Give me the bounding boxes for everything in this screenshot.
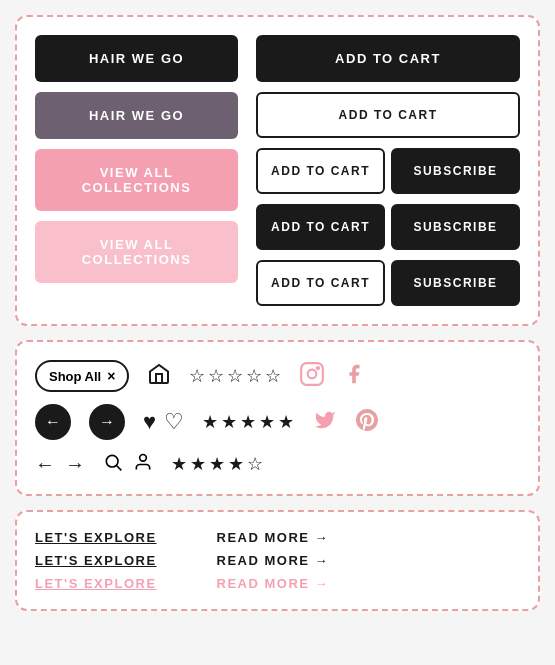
star-1: ☆ bbox=[189, 365, 205, 387]
add-to-cart-outline-row-button[interactable]: ADD TO CART bbox=[256, 148, 385, 194]
star-filled-5: ★ bbox=[278, 411, 294, 433]
search-person-group bbox=[103, 452, 153, 476]
star-half-3: ★ bbox=[209, 453, 225, 475]
facebook-icon[interactable] bbox=[343, 363, 365, 389]
svg-line-4 bbox=[117, 466, 122, 471]
buttons-layout: HAIR WE GO HAIR WE GO VIEW ALL COLLECTIO… bbox=[35, 35, 520, 306]
stars-half-group: ★ ★ ★ ★ ☆ bbox=[171, 453, 263, 475]
svg-point-2 bbox=[317, 367, 319, 369]
left-arrow-icon: ← bbox=[45, 413, 61, 431]
instagram-icon[interactable] bbox=[299, 361, 325, 391]
twitter-icon[interactable] bbox=[312, 409, 338, 435]
svg-point-1 bbox=[308, 370, 317, 379]
add-to-cart-outline-button[interactable]: ADD TO CART bbox=[256, 92, 520, 138]
star-filled-4: ★ bbox=[259, 411, 275, 433]
star-5: ☆ bbox=[265, 365, 281, 387]
add-to-cart-outline-row-button-3[interactable]: ADD TO CART bbox=[256, 260, 385, 306]
buttons-panel: HAIR WE GO HAIR WE GO VIEW ALL COLLECTIO… bbox=[15, 15, 540, 326]
lets-explore-link-3[interactable]: LET'S EXPLORE bbox=[35, 576, 157, 591]
arrow-left-circle-button[interactable]: ← bbox=[35, 404, 71, 440]
tag-label: Shop All bbox=[49, 369, 101, 384]
home-icon bbox=[147, 362, 171, 390]
right-buttons-column: ADD TO CART ADD TO CART ADD TO CART SUBS… bbox=[256, 35, 520, 306]
plain-arrows-group: ← → bbox=[35, 454, 85, 474]
tag-close-icon[interactable]: × bbox=[107, 368, 115, 384]
heart-filled-icon[interactable]: ♥ bbox=[143, 409, 156, 435]
hearts-group: ♥ ♡ bbox=[143, 409, 184, 435]
arrow-right-circle-button[interactable]: → bbox=[89, 404, 125, 440]
stars-outline-group: ☆ ☆ ☆ ☆ ☆ bbox=[189, 365, 281, 387]
subscribe-dark-button-1[interactable]: SUBSCRIBE bbox=[391, 148, 520, 194]
link-row-3: LET'S EXPLORE READ MORE → bbox=[35, 576, 520, 591]
add-to-cart-subscribe-row-2: ADD TO CART SUBSCRIBE bbox=[256, 204, 520, 250]
subscribe-dark-button-3[interactable]: SUBSCRIBE bbox=[391, 260, 520, 306]
arrow-left-plain-icon[interactable]: ← bbox=[35, 454, 55, 474]
read-more-link-2[interactable]: READ MORE → bbox=[217, 553, 330, 568]
star-filled-3: ★ bbox=[240, 411, 256, 433]
read-more-link-1[interactable]: READ MORE → bbox=[217, 530, 330, 545]
star-half-2: ★ bbox=[190, 453, 206, 475]
pinterest-icon[interactable] bbox=[356, 408, 378, 436]
add-to-cart-subscribe-row-1: ADD TO CART SUBSCRIBE bbox=[256, 148, 520, 194]
read-more-link-3[interactable]: READ MORE → bbox=[217, 576, 330, 591]
icons-layout: Shop All × ☆ ☆ ☆ ☆ ☆ bbox=[35, 360, 520, 476]
svg-point-5 bbox=[140, 455, 147, 462]
add-to-cart-subscribe-row-3: ADD TO CART SUBSCRIBE bbox=[256, 260, 520, 306]
star-4: ☆ bbox=[246, 365, 262, 387]
svg-rect-0 bbox=[302, 363, 324, 385]
icons-row-3: ← → ★ ★ bbox=[35, 452, 520, 476]
link-row-1: LET'S EXPLORE READ MORE → bbox=[35, 530, 520, 545]
star-filled-2: ★ bbox=[221, 411, 237, 433]
shop-all-tag[interactable]: Shop All × bbox=[35, 360, 129, 392]
icons-panel: Shop All × ☆ ☆ ☆ ☆ ☆ bbox=[15, 340, 540, 496]
arrow-right-plain-icon[interactable]: → bbox=[65, 454, 85, 474]
link-row-2: LET'S EXPLORE READ MORE → bbox=[35, 553, 520, 568]
add-to-cart-dark-row-button[interactable]: ADD TO CART bbox=[256, 204, 385, 250]
stars-filled-group: ★ ★ ★ ★ ★ bbox=[202, 411, 294, 433]
lets-explore-link-2[interactable]: LET'S EXPLORE bbox=[35, 553, 157, 568]
view-all-collections-pink-button[interactable]: VIEW ALL COLLECTIONS bbox=[35, 149, 238, 211]
star-3: ☆ bbox=[227, 365, 243, 387]
person-icon[interactable] bbox=[133, 452, 153, 476]
star-half-1: ★ bbox=[171, 453, 187, 475]
heart-outline-icon[interactable]: ♡ bbox=[164, 409, 184, 435]
star-half-5: ☆ bbox=[247, 453, 263, 475]
view-all-collections-light-button[interactable]: VIEW ALL COLLECTIONS bbox=[35, 221, 238, 283]
star-2: ☆ bbox=[208, 365, 224, 387]
icons-row-2: ← → ♥ ♡ ★ ★ ★ ★ ★ bbox=[35, 404, 520, 440]
left-buttons-column: HAIR WE GO HAIR WE GO VIEW ALL COLLECTIO… bbox=[35, 35, 238, 306]
hair-we-go-dark-button[interactable]: HAIR WE GO bbox=[35, 35, 238, 82]
search-icon[interactable] bbox=[103, 452, 123, 476]
lets-explore-link-1[interactable]: LET'S EXPLORE bbox=[35, 530, 157, 545]
svg-point-3 bbox=[106, 455, 118, 467]
star-filled-1: ★ bbox=[202, 411, 218, 433]
links-layout: LET'S EXPLORE READ MORE → LET'S EXPLORE … bbox=[35, 530, 520, 591]
star-half-4: ★ bbox=[228, 453, 244, 475]
icons-row-1: Shop All × ☆ ☆ ☆ ☆ ☆ bbox=[35, 360, 520, 392]
add-to-cart-full-dark-button[interactable]: ADD TO CART bbox=[256, 35, 520, 82]
right-arrow-icon: → bbox=[99, 413, 115, 431]
links-panel: LET'S EXPLORE READ MORE → LET'S EXPLORE … bbox=[15, 510, 540, 611]
hair-we-go-grey-button[interactable]: HAIR WE GO bbox=[35, 92, 238, 139]
subscribe-dark-button-2[interactable]: SUBSCRIBE bbox=[391, 204, 520, 250]
